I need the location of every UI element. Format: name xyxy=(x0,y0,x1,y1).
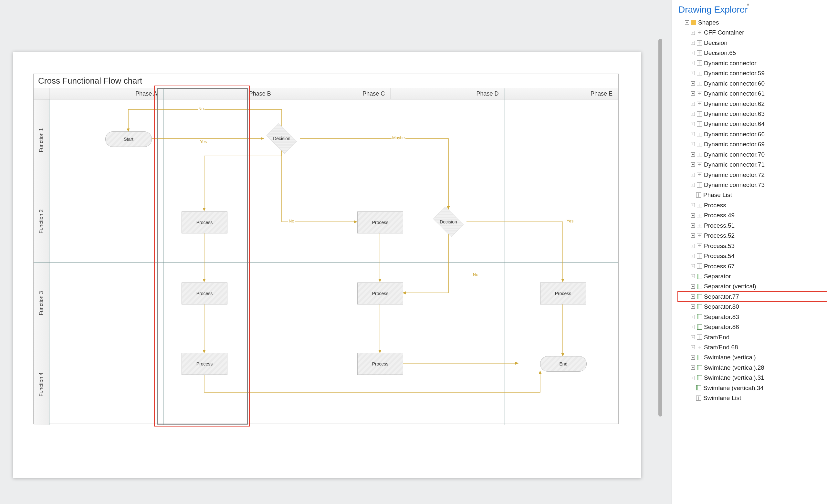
process-shape[interactable]: Process xyxy=(357,211,403,234)
tree-item[interactable]: +Dynamic connector.59 xyxy=(678,68,827,78)
tree-item[interactable]: +Process.54 xyxy=(678,251,827,261)
tree-item[interactable]: +Separator.80 xyxy=(678,302,827,312)
process-shape[interactable]: Process xyxy=(357,353,403,375)
function-header[interactable]: Function 1 xyxy=(34,99,49,181)
tree-item[interactable]: +Process.53 xyxy=(678,241,827,251)
tree-item[interactable]: +Separator.77 xyxy=(678,292,827,302)
process-shape[interactable]: Process xyxy=(182,353,228,375)
tree-item[interactable]: +Process.52 xyxy=(678,231,827,241)
tree-item[interactable]: +CFF Container xyxy=(678,28,827,38)
expand-icon[interactable]: + xyxy=(691,152,695,157)
tree-item[interactable]: +Swimlane (vertical).31 xyxy=(678,372,827,383)
tree-item[interactable]: +Decision xyxy=(678,38,827,48)
tree-item[interactable]: +Decision.65 xyxy=(678,48,827,58)
tree-item[interactable]: +Separator.83 xyxy=(678,312,827,322)
phase-header[interactable]: Phase D xyxy=(391,88,504,99)
tree-item[interactable]: +Process xyxy=(678,200,827,210)
expand-icon[interactable]: + xyxy=(691,132,695,136)
expand-icon[interactable]: + xyxy=(691,315,695,319)
expand-icon[interactable]: + xyxy=(691,81,695,86)
tree-item[interactable]: +Separator.86 xyxy=(678,322,827,332)
expand-icon[interactable]: + xyxy=(691,61,695,65)
tree-item[interactable]: +Dynamic connector xyxy=(678,58,827,68)
tree-item[interactable]: +Dynamic connector.61 xyxy=(678,89,827,98)
expand-icon[interactable]: + xyxy=(691,41,695,45)
expand-icon[interactable]: + xyxy=(691,71,695,75)
tree-item[interactable]: +Dynamic connector.60 xyxy=(678,79,827,89)
expand-icon[interactable]: + xyxy=(691,376,695,380)
expand-icon[interactable]: + xyxy=(691,142,695,146)
tree-item[interactable]: Swimlane (vertical).34 xyxy=(678,383,827,393)
shape-icon xyxy=(697,40,702,46)
drawing-explorer-panel[interactable]: ▴ Drawing Explorer − Shapes +CFF Contain… xyxy=(672,0,827,504)
tree-item[interactable]: +Dynamic connector.63 xyxy=(678,109,827,119)
tree-root[interactable]: − Shapes xyxy=(678,17,827,28)
phase-header[interactable]: Phase C xyxy=(277,88,391,99)
expand-icon[interactable]: + xyxy=(691,203,695,207)
phase-header[interactable]: Phase A xyxy=(49,88,163,99)
function-header[interactable]: Function 3 xyxy=(34,262,49,344)
canvas-scrollbar-thumb[interactable] xyxy=(659,39,662,416)
tree-item[interactable]: +Start/End.68 xyxy=(678,342,827,352)
tree-item[interactable]: +Process.51 xyxy=(678,220,827,231)
function-header[interactable]: Function 2 xyxy=(34,181,49,262)
tree-item[interactable]: +Dynamic connector.71 xyxy=(678,159,827,169)
start-terminator[interactable]: Start xyxy=(105,132,152,147)
expand-icon[interactable]: + xyxy=(691,254,695,258)
function-header[interactable]: Function 4 xyxy=(34,344,49,425)
tree-item[interactable]: +Process.67 xyxy=(678,261,827,271)
collapse-icon[interactable]: − xyxy=(685,20,689,24)
end-terminator[interactable]: End xyxy=(540,356,587,371)
tree-item[interactable]: +Dynamic connector.69 xyxy=(678,139,827,149)
process-shape[interactable]: Process xyxy=(182,283,228,304)
tree-item[interactable]: +Separator xyxy=(678,271,827,281)
expand-icon[interactable]: + xyxy=(691,91,695,96)
process-shape[interactable]: Process xyxy=(182,211,228,234)
tree-item[interactable]: +Separator (vertical) xyxy=(678,281,827,291)
tree-item[interactable]: Swimlane List xyxy=(678,393,827,403)
expand-icon[interactable]: + xyxy=(691,183,695,187)
expand-icon[interactable]: + xyxy=(691,274,695,278)
tree-item[interactable]: +Dynamic connector.70 xyxy=(678,150,827,159)
expand-icon[interactable]: + xyxy=(691,304,695,309)
drawing-page[interactable]: Cross Functional Flow chart Phase A Phas… xyxy=(13,52,641,478)
expand-icon[interactable]: + xyxy=(691,345,695,349)
tree-item[interactable]: +Process.49 xyxy=(678,210,827,220)
expand-icon[interactable]: + xyxy=(691,285,695,289)
expand-icon[interactable]: + xyxy=(691,162,695,166)
expand-icon[interactable]: + xyxy=(691,122,695,126)
process-shape[interactable]: Process xyxy=(540,283,586,304)
tree-item[interactable]: +Start/End xyxy=(678,332,827,342)
tree-item[interactable]: Phase List xyxy=(678,190,827,200)
shape-tree[interactable]: − Shapes +CFF Container+Decision+Decisio… xyxy=(672,17,827,410)
phase-header[interactable]: Phase B xyxy=(163,88,277,99)
tree-item[interactable]: +Dynamic connector.64 xyxy=(678,119,827,129)
expand-icon[interactable]: + xyxy=(691,244,695,248)
process-shape[interactable]: Process xyxy=(357,283,403,304)
expand-icon[interactable]: + xyxy=(691,112,695,116)
expand-icon[interactable]: + xyxy=(691,223,695,228)
expand-icon[interactable]: + xyxy=(691,355,695,360)
expand-icon[interactable]: + xyxy=(691,264,695,268)
expand-icon[interactable]: + xyxy=(691,325,695,329)
tree-item[interactable]: +Dynamic connector.62 xyxy=(678,99,827,109)
tree-item[interactable]: +Dynamic connector.66 xyxy=(678,129,827,139)
tree-item[interactable]: +Dynamic connector.73 xyxy=(678,180,827,190)
tree-item[interactable]: +Swimlane (vertical).28 xyxy=(678,363,827,372)
panel-collapse-arrow-icon[interactable]: ▴ xyxy=(669,1,827,6)
expand-icon[interactable]: + xyxy=(691,213,695,218)
decision-shape[interactable]: Decision xyxy=(430,209,467,234)
expand-icon[interactable]: + xyxy=(691,335,695,339)
tree-item[interactable]: +Dynamic connector.72 xyxy=(678,170,827,180)
phase-header[interactable]: Phase E xyxy=(505,88,618,99)
expand-icon[interactable]: + xyxy=(691,31,695,35)
expand-icon[interactable]: + xyxy=(691,295,695,299)
expand-icon[interactable]: + xyxy=(691,51,695,55)
expand-icon[interactable]: + xyxy=(691,173,695,177)
expand-icon[interactable]: + xyxy=(691,365,695,370)
expand-icon[interactable]: + xyxy=(691,102,695,106)
decision-shape[interactable]: Decision xyxy=(263,126,300,151)
tree-item[interactable]: +Swimlane (vertical) xyxy=(678,352,827,362)
expand-icon[interactable]: + xyxy=(691,234,695,238)
cff-container[interactable]: Cross Functional Flow chart Phase A Phas… xyxy=(33,73,619,424)
